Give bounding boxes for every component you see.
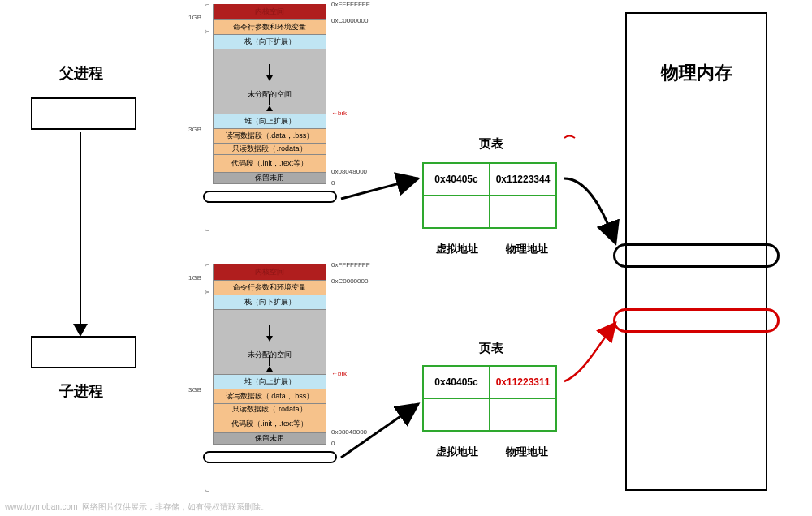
pt1-virt: 0x40405c <box>423 163 490 196</box>
mem-rwdata: 读写数据段（.data，.bss） <box>213 129 326 144</box>
page-table-1-title: 页表 <box>430 136 552 152</box>
mem-code: 代码段（.init，.text等） 0x08048000 <box>213 155 326 173</box>
mem-unalloc: 未分配的空间 <box>213 49 326 114</box>
mem-stack: 栈（向下扩展） <box>213 35 326 49</box>
pt1-phys: 0x11223344 <box>490 163 556 196</box>
page-table-2-title: 页表 <box>430 341 552 356</box>
highlight-rodata-bottom <box>203 451 337 463</box>
mem-heap: 堆（向上扩展） ←brk <box>213 114 326 129</box>
child-process-label: 子进程 <box>49 381 114 401</box>
arrow-parent-to-child-line <box>80 132 81 330</box>
phys-region-black <box>613 243 780 268</box>
mem-rodata: 只读数据段（.rodata） <box>213 144 326 155</box>
mem-args: 命令行参数和环境变量 0xC0000000 <box>213 20 326 35</box>
phys-region-red <box>613 308 780 333</box>
arrow-parent-to-child-head <box>73 324 88 337</box>
mem-reserved: 保留未用 0 <box>213 173 326 184</box>
pt1-virt-label: 虚拟地址 <box>422 242 492 256</box>
pt1-phys-label: 物理地址 <box>492 242 562 256</box>
pt2-phys-label: 物理地址 <box>492 445 562 459</box>
pt2-phys: 0x11223311 <box>490 366 556 398</box>
parent-process-box <box>31 97 136 130</box>
page-table-2: 0x40405c 0x11223311 <box>422 365 557 432</box>
svg-line-0 <box>341 178 418 199</box>
memory-layout-top: 1GB 3GB 内核空间 0xFFFFFFFF 命令行参数和环境变量 0xC00… <box>213 4 326 184</box>
pt2-virt-label: 虚拟地址 <box>422 445 492 459</box>
footer-site: www.toymoban.com <box>5 502 77 511</box>
page-table-1: 0x40405c 0x11223344 <box>422 162 557 229</box>
mem-kernel: 内核空间 0xFFFFFFFF <box>213 4 326 20</box>
parent-process-label: 父进程 <box>49 63 114 83</box>
physical-memory-label: 物理内存 <box>629 61 763 85</box>
pt2-virt: 0x40405c <box>423 366 490 398</box>
child-process-box <box>31 336 136 368</box>
footer: www.toymoban.com 网络图片仅供展示，非存储，如有侵权请联系删除。 <box>5 501 269 513</box>
memory-layout-bottom: 1GB 3GB 内核空间 0xFFFFFFFF 命令行参数和环境变量 0xC00… <box>213 264 326 445</box>
highlight-rodata-top <box>203 191 337 203</box>
footer-text: 网络图片仅供展示，非存储，如有侵权请联系删除。 <box>82 502 269 511</box>
